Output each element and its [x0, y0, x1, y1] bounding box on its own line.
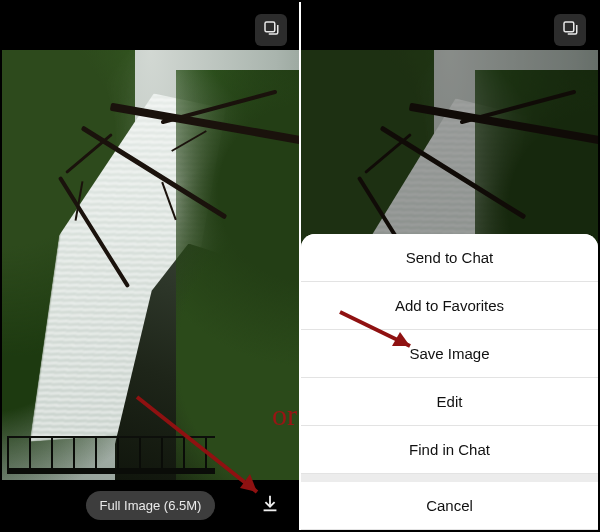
sheet-separator: [301, 474, 598, 482]
gallery-icon-button[interactable]: [554, 14, 586, 46]
annotation-arrow-download: [122, 382, 292, 522]
action-sheet: Send to Chat Add to Favorites Save Image…: [301, 234, 598, 530]
annotation-arrow-save-image: [332, 304, 432, 364]
menu-cancel[interactable]: Cancel: [301, 482, 598, 530]
gallery-icon: [262, 19, 280, 41]
gallery-icon: [561, 19, 579, 41]
menu-send-to-chat[interactable]: Send to Chat: [301, 234, 598, 282]
svg-rect-0: [265, 22, 275, 32]
menu-edit[interactable]: Edit: [301, 378, 598, 426]
svg-line-2: [137, 397, 257, 492]
image-viewer-right: Send to Chat Add to Favorites Save Image…: [301, 2, 598, 530]
gallery-icon-button[interactable]: [255, 14, 287, 46]
svg-rect-1: [564, 22, 574, 32]
menu-find-in-chat[interactable]: Find in Chat: [301, 426, 598, 474]
